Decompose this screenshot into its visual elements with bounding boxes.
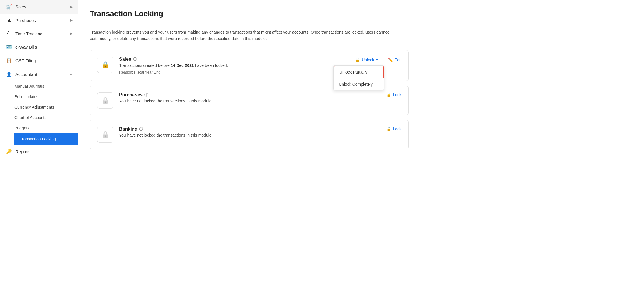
purchases-lock-icon: 🔒: [101, 97, 109, 104]
chevron-right-icon-purchases: ▶: [70, 18, 73, 22]
unlock-button[interactable]: 🔓 Unlock ▼: [355, 58, 379, 62]
module-card-banking: 🔒 Banking ⓘ You have not locked the tran…: [90, 120, 409, 149]
sidebar-item-bulk-update[interactable]: Bulk Update: [14, 91, 78, 102]
gst-filing-icon: 📋: [6, 58, 12, 63]
chevron-down-icon-accountant: ▼: [69, 72, 73, 76]
sales-lock-date: 14 Dec 2021: [171, 63, 194, 68]
module-card-sales: 🔒 Sales ⓘ Transactions created before 14…: [90, 50, 409, 81]
accountant-icon: 👤: [6, 72, 12, 77]
purchases-icon: 🛍: [6, 18, 12, 23]
purchases-module-actions: 🔒 Lock: [386, 92, 401, 97]
sidebar-item-transaction-locking[interactable]: Transaction Locking: [14, 133, 78, 145]
dropdown-item-unlock-partially[interactable]: Unlock Partially: [334, 66, 384, 78]
sidebar-label-reports: Reports: [15, 149, 31, 154]
sales-info-icon[interactable]: ⓘ: [133, 57, 137, 62]
sidebar-label-time-tracking: Time Tracking: [15, 31, 43, 36]
purchases-module-name: Purchases ⓘ: [119, 92, 386, 98]
banking-info-icon[interactable]: ⓘ: [139, 126, 143, 132]
purchases-module-desc: You have not locked the transactions in …: [119, 99, 386, 103]
sales-lock-icon: 🔒: [101, 61, 109, 69]
sidebar-item-chart-of-accounts[interactable]: Chart of Accounts: [14, 112, 78, 123]
currency-adjustments-label: Currency Adjustments: [14, 105, 54, 109]
reports-icon: 🔑: [6, 149, 12, 154]
sidebar-item-accountant[interactable]: 👤 Accountant ▼: [0, 67, 78, 81]
sidebar-item-eway-bills[interactable]: 🪪 e-Way Bills: [0, 40, 78, 54]
time-tracking-icon: ⏱: [6, 31, 12, 36]
sidebar-item-purchases[interactable]: 🛍 Purchases ▶: [0, 14, 78, 27]
purchases-lock-icon-wrap: 🔒: [97, 92, 113, 109]
budgets-label: Budgets: [14, 126, 29, 130]
purchases-module-info: Purchases ⓘ You have not locked the tran…: [119, 92, 386, 103]
sidebar-item-currency-adjustments[interactable]: Currency Adjustments: [14, 102, 78, 112]
accountant-subnav: Manual Journals Bulk Update Currency Adj…: [0, 81, 78, 145]
sales-module-actions: 🔓 Unlock ▼ ✏️ Edit Unlock Partially Unlo…: [355, 57, 401, 63]
sales-module-name: Sales ⓘ: [119, 57, 355, 62]
manual-journals-label: Manual Journals: [14, 84, 44, 89]
banking-lock-icon-wrap: 🔒: [97, 126, 113, 143]
sidebar: 🛒 Sales ▶ 🛍 Purchases ▶ ⏱ Time Tracking …: [0, 0, 78, 286]
chevron-right-icon-tt: ▶: [70, 32, 73, 36]
sidebar-label-eway-bills: e-Way Bills: [15, 45, 37, 50]
sales-lock-icon-wrap: 🔒: [97, 57, 113, 73]
purchases-info-icon[interactable]: ⓘ: [144, 92, 148, 98]
unlock-chevron-icon: ▼: [376, 58, 379, 61]
unlock-lock-icon: 🔓: [355, 58, 360, 62]
sidebar-label-purchases: Purchases: [15, 18, 36, 23]
chevron-right-icon: ▶: [70, 5, 73, 9]
sidebar-item-sales[interactable]: 🛒 Sales ▶: [0, 0, 78, 14]
unlock-dropdown: Unlock Partially Unlock Completely: [333, 65, 384, 90]
page-description: Transaction locking prevents you and you…: [90, 29, 394, 42]
transaction-locking-label: Transaction Locking: [20, 137, 56, 141]
sidebar-label-sales: Sales: [15, 4, 26, 9]
sales-module-reason: Reason: Fiscal Year End.: [119, 70, 355, 74]
sidebar-item-time-tracking[interactable]: ⏱ Time Tracking ▶: [0, 27, 78, 40]
edit-button[interactable]: ✏️ Edit: [388, 58, 401, 62]
banking-lock-btn-icon: 🔒: [386, 126, 391, 131]
banking-module-desc: You have not locked the transactions in …: [119, 133, 386, 138]
sales-module-desc: Transactions created before 14 Dec 2021 …: [119, 63, 355, 68]
banking-module-actions: 🔒 Lock: [386, 126, 401, 131]
banking-lock-icon: 🔒: [101, 131, 109, 138]
edit-pencil-icon: ✏️: [388, 58, 393, 62]
title-divider: [90, 23, 632, 23]
banking-module-name: Banking ⓘ: [119, 126, 386, 132]
sales-module-info: Sales ⓘ Transactions created before 14 D…: [119, 57, 355, 74]
sidebar-item-reports[interactable]: 🔑 Reports: [0, 145, 78, 158]
banking-lock-button[interactable]: 🔒 Lock: [386, 126, 401, 131]
chart-of-accounts-label: Chart of Accounts: [14, 115, 47, 120]
page-title: Transaction Locking: [90, 9, 632, 18]
sidebar-item-manual-journals[interactable]: Manual Journals: [14, 81, 78, 91]
bulk-update-label: Bulk Update: [14, 94, 37, 99]
purchases-lock-btn-icon: 🔒: [386, 92, 391, 97]
sales-icon: 🛒: [6, 4, 12, 10]
sidebar-label-accountant: Accountant: [15, 72, 37, 77]
main-content: Transaction Locking Transaction locking …: [78, 0, 644, 286]
sidebar-item-budgets[interactable]: Budgets: [14, 123, 78, 133]
purchases-lock-button[interactable]: 🔒 Lock: [386, 92, 401, 97]
sidebar-label-gst-filing: GST Filing: [15, 58, 36, 63]
banking-module-info: Banking ⓘ You have not locked the transa…: [119, 126, 386, 138]
dropdown-item-unlock-completely[interactable]: Unlock Completely: [334, 78, 384, 90]
eway-bills-icon: 🪪: [6, 44, 12, 50]
sidebar-item-gst-filing[interactable]: 📋 GST Filing: [0, 54, 78, 67]
actions-separator: [383, 57, 383, 63]
